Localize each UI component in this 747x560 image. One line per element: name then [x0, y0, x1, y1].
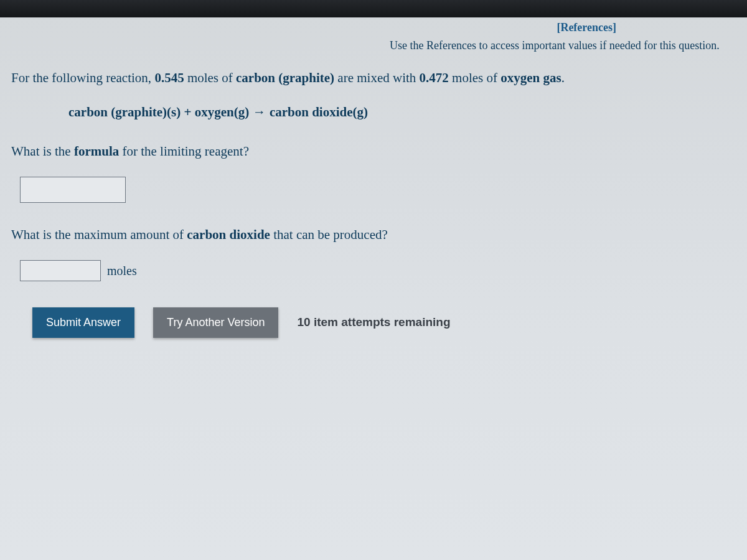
answer-2-row: moles [11, 260, 736, 281]
try-another-version-button[interactable]: Try Another Version [153, 307, 278, 338]
reaction-equation: carbon (graphite)(s) + oxygen(g) → carbo… [11, 101, 736, 124]
eq-rhs: carbon dioxide(g) [270, 105, 368, 119]
reactant1-name: carbon (graphite) [236, 70, 334, 85]
q1-suffix: for the limiting reagent? [119, 144, 249, 159]
references-link[interactable]: [References] [557, 21, 616, 34]
question-1-text: What is the formula for the limiting rea… [11, 141, 736, 163]
question-2-text: What is the maximum amount of carbon dio… [11, 224, 736, 246]
reactant2-name: oxygen gas [500, 70, 561, 85]
arrow-icon: → [249, 105, 270, 119]
q2-prefix: What is the maximum amount of [11, 227, 187, 242]
moles-carbon-value: 0.545 [154, 70, 184, 85]
eq-lhs1: carbon (graphite)(s) [68, 105, 181, 119]
intro-suffix: . [561, 70, 565, 85]
intro-mid2: are mixed with [334, 70, 419, 85]
answer-1-row [11, 177, 736, 203]
window-top-bar [0, 0, 747, 17]
eq-lhs2: oxygen(g) [195, 105, 250, 119]
q1-bold: formula [74, 144, 119, 159]
eq-plus: + [181, 105, 194, 119]
unit-label-moles: moles [107, 260, 137, 281]
action-row: Submit Answer Try Another Version 10 ite… [11, 307, 736, 338]
submit-answer-button[interactable]: Submit Answer [32, 307, 134, 338]
references-hint: Use the References to access important v… [0, 37, 747, 67]
limiting-reagent-input[interactable] [20, 177, 126, 203]
problem-intro: For the following reaction, 0.545 moles … [11, 67, 736, 90]
intro-mid1: moles of [184, 70, 236, 85]
intro-mid3: moles of [449, 70, 500, 85]
attempts-remaining-label: 10 item attempts remaining [297, 312, 450, 332]
co2-amount-input[interactable] [20, 260, 101, 281]
references-row: [References] [0, 17, 747, 37]
q2-suffix: that can be produced? [270, 227, 388, 242]
intro-prefix: For the following reaction, [11, 70, 154, 85]
q1-prefix: What is the [11, 144, 74, 159]
q2-bold: carbon dioxide [187, 227, 270, 242]
moles-oxygen-value: 0.472 [420, 70, 449, 85]
question-content: For the following reaction, 0.545 moles … [0, 67, 747, 338]
